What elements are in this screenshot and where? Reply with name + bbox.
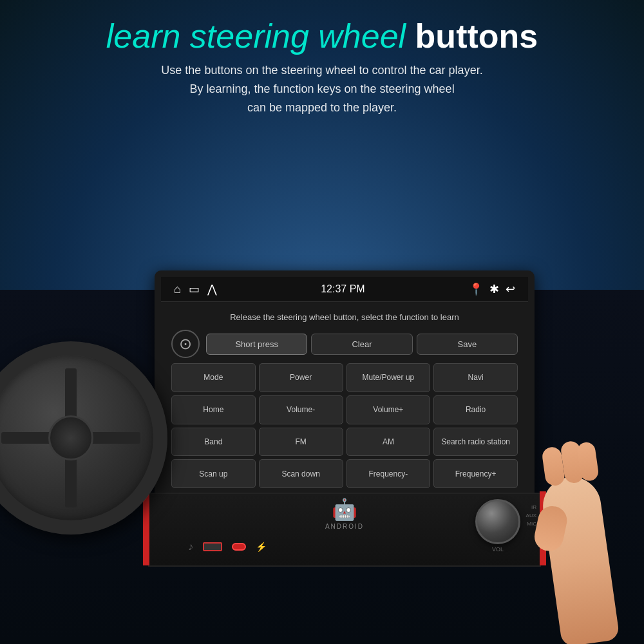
volume-down-button[interactable]: Volume- bbox=[259, 395, 343, 424]
power-button[interactable]: Power bbox=[259, 363, 343, 392]
clear-button[interactable]: Clear bbox=[311, 334, 412, 355]
subtitle: Use the buttons on the steering wheel to… bbox=[26, 61, 618, 117]
title-bold: buttons bbox=[415, 17, 538, 55]
steering-wheel-container bbox=[0, 322, 206, 592]
scan-down-button[interactable]: Scan down bbox=[259, 459, 343, 488]
frequency-up-button[interactable]: Frequency+ bbox=[433, 459, 518, 488]
am-button[interactable]: AM bbox=[346, 428, 431, 457]
short-press-button[interactable]: Short press bbox=[206, 334, 307, 355]
android-logo: 🤖 ANDROID bbox=[325, 497, 364, 530]
up-arrows-icon[interactable]: ⋀ bbox=[207, 282, 217, 296]
function-grid: Mode Power Mute/Power up Navi Home Volum… bbox=[171, 363, 518, 488]
save-button[interactable]: Save bbox=[417, 334, 518, 355]
mic-label: MIC bbox=[526, 521, 536, 527]
volume-knob-area: VOL bbox=[475, 499, 520, 553]
lightning-icon: ⚡ bbox=[256, 542, 267, 552]
fm-button[interactable]: FM bbox=[259, 428, 343, 457]
android-text: ANDROID bbox=[325, 523, 364, 530]
page-title: learn steering wheel buttons bbox=[26, 18, 618, 55]
display-icon[interactable]: ▭ bbox=[189, 282, 200, 296]
bluetooth-icon: ✱ bbox=[489, 282, 499, 296]
hand-palm bbox=[539, 473, 620, 644]
steering-center bbox=[48, 415, 93, 460]
ir-label: IR bbox=[526, 504, 536, 510]
vol-label: VOL bbox=[475, 546, 520, 553]
title-italic: learn steering wheel bbox=[106, 17, 415, 55]
subtitle-line2: By learning, the function keys on the st… bbox=[189, 82, 454, 95]
location-icon: 📍 bbox=[469, 282, 483, 296]
search-radio-station-button[interactable]: Search radio station bbox=[433, 428, 518, 457]
android-head-unit: ⌂ ▭ ⋀ 12:37 PM 📍 ✱ ↩ Release the steerin… bbox=[155, 270, 535, 567]
status-icons-right: 📍 ✱ ↩ bbox=[469, 282, 515, 296]
screen-bezel: ⌂ ▭ ⋀ 12:37 PM 📍 ✱ ↩ Release the steerin… bbox=[155, 270, 535, 502]
subtitle-line3: can be mapped to the player. bbox=[247, 101, 397, 114]
status-time: 12:37 PM bbox=[321, 283, 365, 295]
screen: ⌂ ▭ ⋀ 12:37 PM 📍 ✱ ↩ Release the steerin… bbox=[161, 277, 528, 496]
frequency-down-button[interactable]: Frequency- bbox=[346, 459, 431, 488]
header-section: learn steering wheel buttons Use the but… bbox=[0, 0, 644, 128]
charging-port bbox=[232, 543, 246, 551]
volume-up-button[interactable]: Volume+ bbox=[346, 395, 431, 424]
screen-body: Release the steering wheel button, selec… bbox=[161, 302, 528, 496]
back-icon[interactable]: ↩ bbox=[506, 282, 515, 296]
status-icons-left: ⌂ ▭ ⋀ bbox=[174, 282, 217, 296]
mute-power-up-button[interactable]: Mute/Power up bbox=[346, 363, 431, 392]
subtitle-line1: Use the buttons on the steering wheel to… bbox=[161, 64, 482, 77]
volume-knob[interactable] bbox=[475, 499, 520, 544]
control-row: Short press Clear Save bbox=[171, 330, 518, 358]
android-icon: 🤖 bbox=[325, 497, 364, 522]
instruction-text: Release the steering wheel button, selec… bbox=[171, 310, 518, 325]
button-group: Short press Clear Save bbox=[206, 334, 518, 355]
unit-bottom-body: 🤖 ANDROID ♪ ⚡ VOL IR AUX MIC bbox=[148, 493, 541, 567]
side-labels: IR AUX MIC bbox=[526, 504, 536, 527]
home-icon[interactable]: ⌂ bbox=[174, 283, 181, 296]
radio-button[interactable]: Radio bbox=[433, 395, 518, 424]
main-container: learn steering wheel buttons Use the but… bbox=[0, 0, 644, 644]
aux-label: AUX bbox=[526, 513, 536, 518]
navi-button[interactable]: Navi bbox=[433, 363, 518, 392]
steering-wheel bbox=[0, 341, 167, 535]
status-bar: ⌂ ▭ ⋀ 12:37 PM 📍 ✱ ↩ bbox=[161, 277, 528, 302]
hand bbox=[541, 438, 625, 644]
